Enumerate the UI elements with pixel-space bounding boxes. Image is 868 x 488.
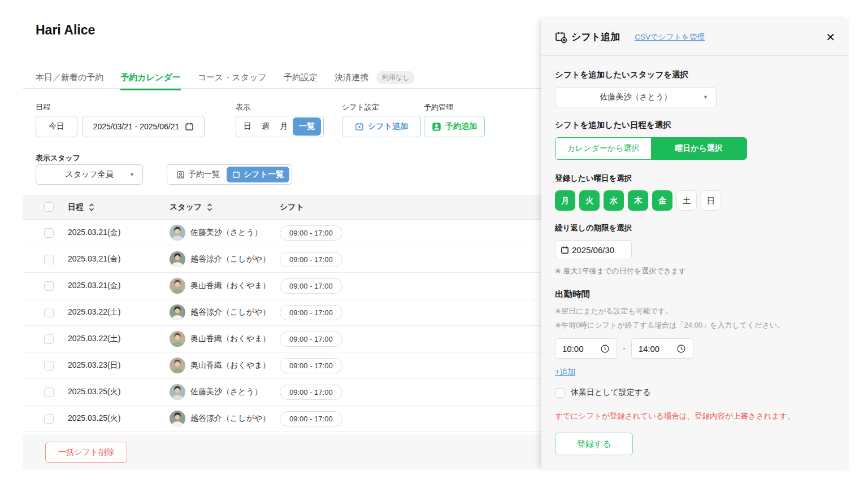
date-range-input[interactable]: 2025/03/21 - 2025/06/21 <box>83 116 205 137</box>
weekday-buttons: 月 火 水 木 金 土 日 <box>555 190 835 211</box>
table-row: 2025.03.25(火) 越谷涼介（こしがや） 09:00 - 17:00 <box>23 406 541 432</box>
calendar-icon <box>232 171 240 178</box>
view-option-list[interactable]: 一覧 <box>293 117 321 136</box>
weekday-sat-button[interactable]: 土 <box>676 190 697 211</box>
repeat-deadline-value: 2025/06/30 <box>572 245 614 255</box>
avatar <box>170 278 185 294</box>
avatar <box>170 304 185 320</box>
tab-course-staff[interactable]: コース・スタッフ <box>198 72 267 83</box>
work-time-label: 出勤時間 <box>555 289 835 300</box>
staff-select-dropdown[interactable]: 佐藤美沙（さとう） ▼ <box>555 87 717 107</box>
add-time-range-link[interactable]: +追加 <box>555 367 575 377</box>
view-option-week[interactable]: 週 <box>257 121 275 132</box>
row-date: 2025.03.23(日) <box>68 360 170 371</box>
column-header-date: 日程 <box>68 202 84 212</box>
calendar-icon <box>561 246 569 254</box>
main-area: Hari Alice 本日／新着の予約 予約カレンダー コース・スタッフ 予約設… <box>0 0 541 488</box>
booking-add-button-label: 予約追加 <box>445 121 477 132</box>
row-staff-name: 奥山香織（おくやま） <box>190 334 270 344</box>
submit-button[interactable]: 登録する <box>555 433 633 455</box>
repeat-deadline-label: 繰り返しの期限を選択 <box>555 223 835 233</box>
column-header-shift: シフト <box>280 202 541 212</box>
work-time-inputs: 10:00 - 14:00 <box>555 338 835 359</box>
row-checkbox[interactable] <box>44 228 54 238</box>
row-staff-name: 奥山香織（おくやま） <box>190 281 270 291</box>
csv-manage-link[interactable]: CSVでシフトを管理 <box>635 32 705 42</box>
time-to-input[interactable]: 14:00 <box>631 338 693 359</box>
staff-select-label: シフトを追加したいスタッフを選択 <box>555 69 835 80</box>
booking-list-label: 予約一覧 <box>188 169 220 180</box>
row-checkbox[interactable] <box>44 414 54 424</box>
weekday-fri-button[interactable]: 金 <box>652 190 672 211</box>
sort-staff-icon[interactable] <box>207 203 212 212</box>
view-filter-label: 表示 <box>236 102 250 112</box>
row-checkbox[interactable] <box>44 387 54 397</box>
column-header-staff: スタッフ <box>170 202 202 212</box>
row-date: 2025.03.21(金) <box>68 254 170 264</box>
chevron-down-icon: ▼ <box>703 94 708 100</box>
repeat-deadline-input[interactable]: 2025/06/30 <box>555 240 632 259</box>
main-tabs: 本日／新着の予約 予約カレンダー コース・スタッフ 予約設定 決済連携 利用なし <box>36 71 415 84</box>
today-button[interactable]: 今日 <box>36 116 77 137</box>
row-date: 2025.03.22(土) <box>68 307 170 317</box>
bulk-shift-delete-button[interactable]: 一括シフト削除 <box>45 442 127 463</box>
weekday-tue-button[interactable]: 火 <box>579 190 600 211</box>
weekday-mon-button[interactable]: 月 <box>555 190 575 211</box>
holiday-checkbox-row: 休業日として設定する <box>555 387 835 398</box>
row-checkbox[interactable] <box>44 308 54 317</box>
weekday-sun-button[interactable]: 日 <box>701 190 721 211</box>
booking-list-button[interactable]: 予約一覧 <box>170 169 227 180</box>
avatar <box>170 225 185 241</box>
row-staff-name: 佐藤美沙（さとう） <box>190 228 262 238</box>
shift-time-pill: 09:00 - 17:00 <box>280 411 342 426</box>
person-badge-icon <box>432 122 441 132</box>
table-row: 2025.03.21(金) 越谷涼介（こしがや） 09:00 - 17:00 <box>23 246 541 273</box>
shift-setting-label: シフト設定 <box>342 102 379 112</box>
select-all-checkbox[interactable] <box>44 202 54 212</box>
row-checkbox[interactable] <box>44 361 54 371</box>
view-mode-switcher: 日 週 月 一覧 <box>236 116 324 137</box>
repeat-deadline-note: ※ 最大1年後までの日付を選択できます <box>555 266 835 276</box>
weekday-thu-button[interactable]: 木 <box>628 190 648 211</box>
shift-add-button[interactable]: シフト追加 <box>342 116 421 137</box>
time-from-input[interactable]: 10:00 <box>555 338 617 359</box>
tab-select-from-weekday[interactable]: 曜日から選択 <box>651 138 747 159</box>
list-mode-switcher: 予約一覧 シフト一覧 <box>167 164 292 185</box>
weekday-wed-button[interactable]: 水 <box>604 190 624 211</box>
row-staff-name: 越谷涼介（こしがや） <box>190 254 270 264</box>
booking-add-button[interactable]: 予約追加 <box>424 116 485 137</box>
sort-date-icon[interactable] <box>89 203 94 212</box>
holiday-checkbox[interactable] <box>555 388 565 398</box>
weekday-select-label: 登録したい曜日を選択 <box>555 173 835 184</box>
shift-time-pill: 09:00 - 17:00 <box>280 278 342 294</box>
table-row: 2025.03.22(土) 越谷涼介（こしがや） 09:00 - 17:00 <box>23 299 541 326</box>
row-date: 2025.03.21(金) <box>68 228 170 238</box>
page-title: Hari Alice <box>36 23 95 38</box>
shift-list-label: シフト一覧 <box>244 169 284 180</box>
date-select-label: シフトを追加したい日程を選択 <box>555 120 835 130</box>
tab-booking-settings[interactable]: 予約設定 <box>284 72 318 83</box>
tab-booking-calendar[interactable]: 予約カレンダー <box>120 72 180 83</box>
tab-payment-link[interactable]: 決済連携 <box>335 72 368 83</box>
shift-list-button[interactable]: シフト一覧 <box>227 167 289 182</box>
avatar <box>170 384 185 400</box>
view-option-day[interactable]: 日 <box>238 121 257 132</box>
view-option-month[interactable]: 月 <box>275 121 293 132</box>
calendar-plus-icon <box>355 122 364 131</box>
tab-select-from-calendar[interactable]: カレンダーから選択 <box>555 138 651 159</box>
row-checkbox[interactable] <box>44 255 54 264</box>
submit-button-label: 登録する <box>577 439 611 450</box>
row-checkbox[interactable] <box>44 334 54 344</box>
row-checkbox[interactable] <box>44 281 54 291</box>
table-row: 2025.03.21(金) 佐藤美沙（さとう） 09:00 - 17:00 <box>23 220 541 246</box>
tab-today-new-bookings[interactable]: 本日／新着の予約 <box>36 72 103 83</box>
staff-filter-dropdown[interactable]: スタッフ全員 ▼ <box>36 164 143 185</box>
calendar-plus-icon <box>555 31 567 43</box>
avatar <box>170 251 185 267</box>
overwrite-warning-text: すでにシフトが登録されている場合は、登録内容が上書きされます。 <box>555 411 835 421</box>
tabs-divider <box>23 88 541 89</box>
table-row: 2025.03.25(火) 佐藤美沙（さとう） 09:00 - 17:00 <box>23 379 541 406</box>
close-icon[interactable]: ✕ <box>826 32 835 43</box>
holiday-checkbox-label: 休業日として設定する <box>571 387 651 398</box>
clock-icon <box>676 344 686 354</box>
